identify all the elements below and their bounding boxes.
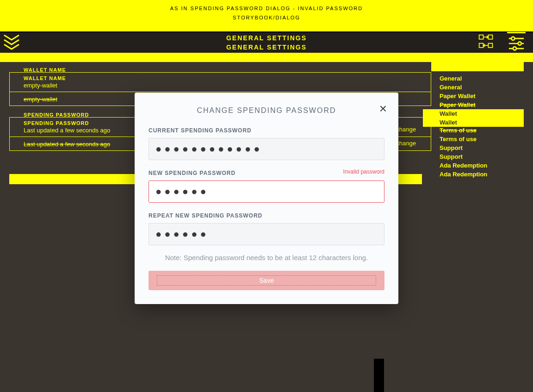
new-password-input[interactable] <box>149 180 384 203</box>
current-password-label: CURRENT SPENDING PASSWORD <box>149 127 252 134</box>
password-note: Note: Spending password needs to be at l… <box>149 254 384 261</box>
new-password-label: NEW SPENDING PASSWORD <box>149 170 236 176</box>
current-password-field: CURRENT SPENDING PASSWORD <box>149 126 384 160</box>
repeat-password-input[interactable] <box>149 223 384 245</box>
modal-overlay: CHANGE SPENDING PASSWORD × CURRENT SPEND… <box>0 0 533 392</box>
current-password-input[interactable] <box>149 138 384 160</box>
repeat-password-field: REPEAT NEW SPENDING PASSWORD <box>149 211 384 245</box>
new-password-field: NEW SPENDING PASSWORD Invalid password <box>149 168 384 203</box>
save-button-label: Save <box>157 275 376 286</box>
new-password-error: Invalid password <box>343 168 384 175</box>
save-button[interactable]: Save <box>149 271 384 290</box>
change-password-modal: CHANGE SPENDING PASSWORD × CURRENT SPEND… <box>135 93 398 304</box>
modal-title: CHANGE SPENDING PASSWORD <box>149 106 384 115</box>
repeat-password-label: REPEAT NEW SPENDING PASSWORD <box>149 212 262 219</box>
close-icon[interactable]: × <box>377 104 389 116</box>
